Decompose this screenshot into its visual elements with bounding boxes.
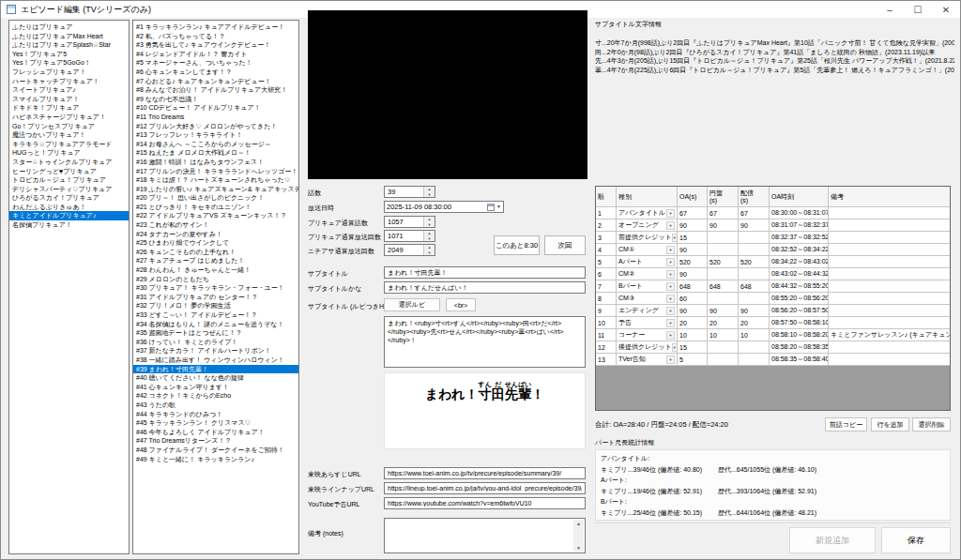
- table-cell[interactable]: 2: [596, 219, 617, 231]
- series-list-item[interactable]: Yes！プリキュア5GoGo！: [9, 58, 129, 68]
- save-button[interactable]: 保存: [881, 527, 951, 553]
- table-cell[interactable]: [829, 293, 950, 304]
- episode-list-item[interactable]: #1 キラッキランラン♪ キュアアイドルデビュー！: [133, 23, 298, 32]
- table-cell[interactable]: キミとファンサレッスン♪ (キュアキュンキュン): [829, 329, 950, 341]
- episode-list-item[interactable]: #10 CDデビュー！ アイドルプリキュア！: [133, 103, 298, 113]
- after-830-button[interactable]: このあと8:30: [494, 235, 540, 255]
- episode-list-item[interactable]: #41 心キュンキュン守ります！: [133, 383, 298, 392]
- episode-list-item[interactable]: #4 レジェンドアイドル！？ 響カイト: [133, 50, 298, 59]
- episode-list-item[interactable]: #45 キラッキランラン！ クリスマス♡: [133, 418, 298, 428]
- episode-list-item[interactable]: #22 アイドルプリキュアVS ズキューンキッス！？: [133, 211, 298, 220]
- episode-list-item[interactable]: #19 ふたりの誓い♪ キュアズキューン& キュアキッスデビュー！: [133, 185, 298, 194]
- table-cell[interactable]: 20: [708, 317, 739, 328]
- table-row[interactable]: 6CM②▼9008:43:02～08:44:32: [596, 268, 950, 280]
- episode-list-item[interactable]: #47 Trio Dreamsリターンズ！？: [133, 436, 298, 446]
- add-row-button[interactable]: 行を追加: [871, 417, 909, 431]
- table-cell[interactable]: [829, 354, 950, 365]
- episode-list-item[interactable]: #28 わんわん！ きゅーちゃんと一緒！: [133, 265, 298, 275]
- table-cell[interactable]: 4: [596, 244, 617, 255]
- episode-list-item[interactable]: #13 フレッフレッ！キラキライト！: [133, 130, 298, 140]
- part-type-combo-cell[interactable]: オープニング▼: [617, 219, 678, 231]
- episode-list-item[interactable]: #36 けってい！ キミとのライブ！: [133, 338, 298, 347]
- subtitle-kana-input[interactable]: [384, 281, 586, 294]
- table-cell[interactable]: 08:44:32～08:55:20: [770, 280, 829, 292]
- table-cell[interactable]: [829, 207, 950, 219]
- part-type-combo-cell[interactable]: Bパート▼: [617, 280, 678, 292]
- part-type-combo-cell[interactable]: CM②▼: [617, 268, 678, 280]
- subtitle-ruby-textarea[interactable]: [384, 316, 586, 368]
- table-cell[interactable]: 6: [596, 268, 617, 280]
- table-cell[interactable]: 10: [596, 317, 617, 328]
- table-cell[interactable]: 11: [596, 329, 617, 341]
- subtitle-input[interactable]: [384, 266, 586, 279]
- episode-list-item[interactable]: #8 みんなでお泊り！ アイドルプリキュア大研究！: [133, 85, 298, 95]
- series-list-item[interactable]: Go！プリンセスプリキュア: [9, 122, 129, 131]
- series-list-item[interactable]: トロピカル～ジュ！プリキュア: [9, 175, 129, 185]
- episode-list-item[interactable]: #20 プリ～！ 思い出さがしのピクニック！: [133, 193, 298, 203]
- table-cell[interactable]: 67: [708, 207, 739, 219]
- table-cell[interactable]: 520: [708, 256, 739, 267]
- episode-list-item[interactable]: #16 激闘！特訓！ はなみちタウンフェス！: [133, 158, 298, 167]
- table-cell[interactable]: 08:31:07～08:32:37: [770, 219, 829, 231]
- table-cell[interactable]: 648: [678, 280, 708, 292]
- table-cell[interactable]: [829, 232, 950, 243]
- table-cell[interactable]: [829, 317, 950, 328]
- table-cell[interactable]: [829, 305, 950, 316]
- episode-list-item[interactable]: #12 プリルン大好き♡ メロロンがやってきた！: [133, 122, 298, 131]
- chevron-down-icon[interactable]: ▼: [666, 246, 675, 254]
- episode-list-item[interactable]: #35 遊園地デートはとつぜんに！？: [133, 328, 298, 338]
- table-cell[interactable]: 648: [708, 280, 739, 292]
- episode-list-item[interactable]: #33 どすこ～い！ アイドルデビュー！？: [133, 310, 298, 320]
- airdate-picker[interactable]: 2025-11-09 08:30:00 ▼: [384, 201, 504, 213]
- table-cell[interactable]: [739, 354, 770, 365]
- spinner-arrows-icon[interactable]: ▲▼: [423, 187, 435, 197]
- select-ruby-button[interactable]: 選択ルビ: [384, 298, 440, 311]
- table-cell[interactable]: 90: [739, 305, 770, 316]
- episode-list-item[interactable]: #15 ねえたま メロメロ大作戦メロ～！: [133, 148, 298, 158]
- episode-list-item[interactable]: #17 プリルンの決意！ キラキラランドへレッツゴー！: [133, 167, 298, 176]
- youtube-trailer-url-input[interactable]: [384, 497, 586, 509]
- nichiasa-total-bc-stepper[interactable]: 2049 ▲▼: [384, 244, 435, 256]
- part-type-combo-cell[interactable]: TVer告知▼: [617, 354, 678, 365]
- table-cell[interactable]: 7: [596, 280, 617, 292]
- table-cell[interactable]: 10: [739, 329, 770, 341]
- part-type-combo-cell[interactable]: CM①▼: [617, 244, 678, 255]
- precure-total-bc-stepper[interactable]: 1071 ▲▼: [384, 230, 435, 242]
- table-cell[interactable]: [829, 256, 950, 267]
- table-cell[interactable]: 20: [739, 317, 770, 328]
- spinner-arrows-icon[interactable]: ▲▼: [423, 231, 435, 241]
- episode-list-item[interactable]: #23 これが私のサイン！: [133, 220, 298, 230]
- episode-list-item[interactable]: #2 私、バズっちゃってる！？: [133, 32, 298, 41]
- chevron-down-icon[interactable]: ▼: [496, 202, 501, 212]
- maximize-button[interactable]: ☐: [904, 1, 932, 18]
- table-cell[interactable]: [739, 293, 770, 304]
- table-cell[interactable]: 648: [739, 280, 770, 292]
- table-cell[interactable]: 67: [739, 207, 770, 219]
- episode-list-item[interactable]: #42 コネクト！キミからのEcho: [133, 391, 298, 401]
- table-cell[interactable]: [708, 341, 739, 353]
- episode-list-item[interactable]: #37 新たなチカラ！ アイドルハートリボン！: [133, 346, 298, 356]
- part-type-combo-cell[interactable]: エンディング▼: [617, 305, 678, 316]
- episode-list-item[interactable]: #7 心おどる♪ キュアキュンキュンデビュー！: [133, 77, 298, 86]
- chevron-down-icon[interactable]: ▼: [666, 209, 675, 218]
- table-cell[interactable]: 20: [678, 317, 708, 328]
- episode-list-item[interactable]: #32 プリ！メロ！ 夢の学園生活: [133, 301, 298, 310]
- episode-list-item[interactable]: #48 ファイナルライブ！ ダークイーネをご招待！: [133, 446, 298, 455]
- table-cell[interactable]: 08:43:02～08:44:32: [770, 268, 829, 280]
- table-row[interactable]: 10予告▼20202008:57:50～08:58:10: [596, 317, 950, 329]
- episode-number-stepper[interactable]: 39 ▲▼: [384, 186, 435, 198]
- table-cell[interactable]: 5: [678, 354, 708, 365]
- table-row[interactable]: 11コーナー▼10101008:58:10～08:58:20キミとファンサレッス…: [596, 329, 950, 341]
- table-cell[interactable]: 08:58:20～08:58:35: [770, 341, 829, 353]
- table-cell[interactable]: 08:32:52～08:34:22: [770, 244, 829, 255]
- table-cell[interactable]: 90: [739, 219, 770, 231]
- table-cell[interactable]: 90: [708, 305, 739, 316]
- episode-list-item[interactable]: #21 とびっきり！ キセキのユニゾン！: [133, 203, 298, 212]
- episode-list-item[interactable]: #25 ひまわり畑でウインクして: [133, 238, 298, 248]
- toei-lineup-url-input[interactable]: [384, 482, 586, 494]
- table-cell[interactable]: 8: [596, 293, 617, 304]
- series-list-item[interactable]: ふたりはプリキュア: [9, 23, 129, 32]
- table-cell[interactable]: 67: [678, 207, 708, 219]
- episode-list-item[interactable]: #18 キミは誰！？ ハートズキューンされちゃった♡: [133, 175, 298, 185]
- episode-list-item[interactable]: #39 まわれ！寸田先輩！: [133, 365, 298, 374]
